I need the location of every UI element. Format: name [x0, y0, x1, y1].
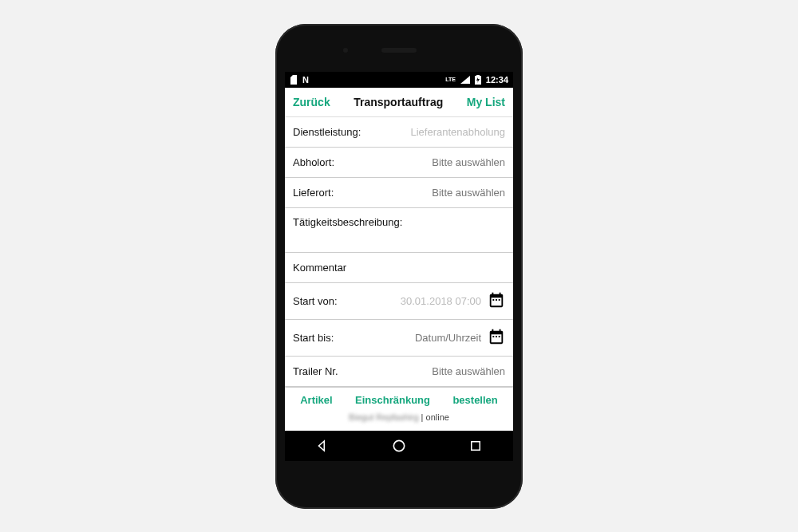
svg-point-2: [393, 440, 404, 451]
android-navbar: [285, 431, 513, 461]
screen: N LTE 12:34 Zurück Transportauftrag My L…: [285, 72, 513, 461]
value-lieferort: Bitte auswählen: [342, 187, 505, 199]
value-dienstleistung: Lieferantenabholung: [369, 126, 505, 138]
app-header: Zurück Transportauftrag My List: [285, 88, 513, 117]
form-content: Dienstleistung: Lieferantenabholung Abho…: [285, 117, 513, 431]
label-dienstleistung: Dienstleistung:: [293, 126, 361, 138]
row-dienstleistung[interactable]: Dienstleistung: Lieferantenabholung: [285, 117, 513, 148]
value-abholort: Bitte auswählen: [342, 156, 505, 168]
row-abholort[interactable]: Abholort: Bitte auswählen: [285, 148, 513, 178]
label-trailer: Trailer Nr.: [293, 365, 338, 377]
label-kommentar: Kommentar: [293, 262, 346, 274]
value-start-bis: Datum/Uhrzeit: [342, 332, 481, 344]
nav-home-icon[interactable]: [391, 438, 407, 454]
tab-bestellen[interactable]: bestellen: [452, 394, 497, 406]
label-beschreibung: Tätigkeitsbeschreibung:: [293, 216, 402, 228]
phone-frame: N LTE 12:34 Zurück Transportauftrag My L…: [275, 24, 523, 509]
label-start-von: Start von:: [293, 295, 338, 307]
row-start-von[interactable]: Start von: 30.01.2018 07:00: [285, 283, 513, 320]
label-lieferort: Lieferort:: [293, 187, 334, 199]
footer-blurred: Biegut Repfashirg: [349, 412, 418, 422]
signal-icon: [460, 76, 470, 84]
clock-label: 12:34: [486, 75, 508, 85]
value-start-von: 30.01.2018 07:00: [346, 295, 481, 307]
label-abholort: Abholort:: [293, 156, 334, 168]
my-list-button[interactable]: My List: [467, 96, 505, 108]
row-lieferort[interactable]: Lieferort: Bitte auswählen: [285, 178, 513, 208]
lte-label: LTE: [445, 77, 456, 82]
row-start-bis[interactable]: Start bis: Datum/Uhrzeit: [285, 320, 513, 357]
status-bar: N LTE 12:34: [285, 72, 513, 88]
row-trailer[interactable]: Trailer Nr. Bitte auswählen: [285, 357, 513, 387]
calendar-icon[interactable]: [488, 291, 505, 311]
nav-back-icon[interactable]: [315, 439, 330, 453]
bottom-tabs: Artikel Einschränkung bestellen: [285, 387, 513, 408]
value-trailer: Bitte auswählen: [346, 365, 505, 377]
page-title: Transportauftrag: [354, 96, 443, 108]
battery-icon: [475, 75, 481, 85]
label-start-bis: Start bis:: [293, 332, 334, 344]
calendar-icon[interactable]: [488, 328, 505, 348]
row-kommentar[interactable]: Kommentar: [285, 253, 513, 283]
sim-icon: [290, 75, 298, 85]
nav-recent-icon[interactable]: [468, 439, 483, 453]
svg-rect-3: [471, 441, 480, 450]
row-beschreibung[interactable]: Tätigkeitsbeschreibung:: [285, 208, 513, 253]
footer-status: Biegut Repfashirg | online: [285, 408, 513, 427]
n-icon: N: [302, 75, 309, 85]
tab-artikel[interactable]: Artikel: [300, 394, 332, 406]
svg-rect-1: [476, 75, 480, 76]
back-button[interactable]: Zurück: [293, 96, 330, 108]
footer-online: | online: [419, 412, 449, 422]
tab-einschraenkung[interactable]: Einschränkung: [355, 394, 430, 406]
